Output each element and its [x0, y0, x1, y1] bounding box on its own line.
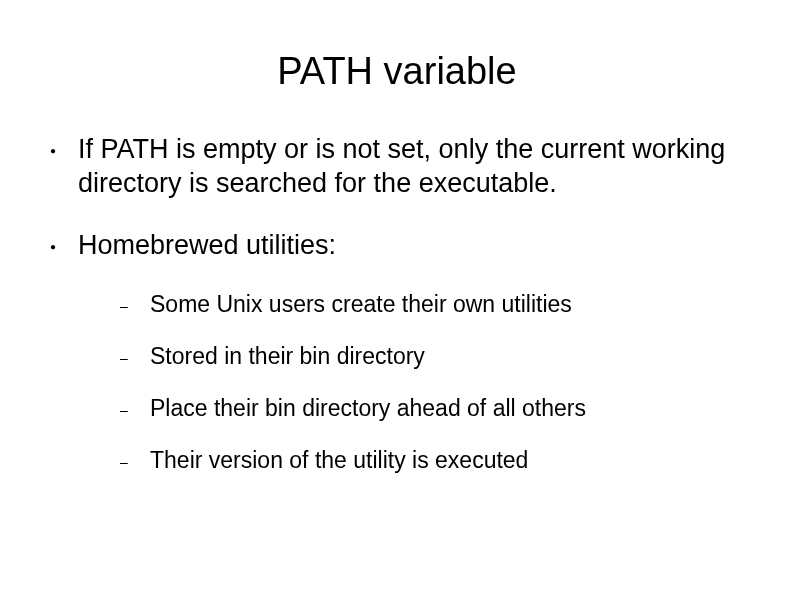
list-item: – Their version of the utility is execut…: [120, 446, 764, 476]
dash-icon: –: [120, 298, 132, 314]
sub-bullet-list: – Some Unix users create their own utili…: [50, 290, 764, 476]
list-item: ● If PATH is empty or is not set, only t…: [50, 133, 764, 201]
bullet-icon: ●: [50, 241, 58, 252]
list-item: – Some Unix users create their own utili…: [120, 290, 764, 320]
sub-bullet-text: Stored in their bin directory: [150, 342, 425, 372]
sub-bullet-text: Their version of the utility is executed: [150, 446, 528, 476]
list-item: – Place their bin directory ahead of all…: [120, 394, 764, 424]
slide-title: PATH variable: [30, 50, 764, 93]
dash-icon: –: [120, 350, 132, 366]
main-bullet-list: ● If PATH is empty or is not set, only t…: [30, 133, 764, 476]
list-item: – Stored in their bin directory: [120, 342, 764, 372]
bullet-text: If PATH is empty or is not set, only the…: [78, 133, 764, 201]
dash-icon: –: [120, 454, 132, 470]
bullet-icon: ●: [50, 145, 58, 156]
dash-icon: –: [120, 402, 132, 418]
list-item: ● Homebrewed utilities: – Some Unix user…: [50, 229, 764, 476]
sub-bullet-text: Some Unix users create their own utiliti…: [150, 290, 572, 320]
bullet-text: Homebrewed utilities:: [78, 229, 336, 263]
sub-bullet-text: Place their bin directory ahead of all o…: [150, 394, 586, 424]
